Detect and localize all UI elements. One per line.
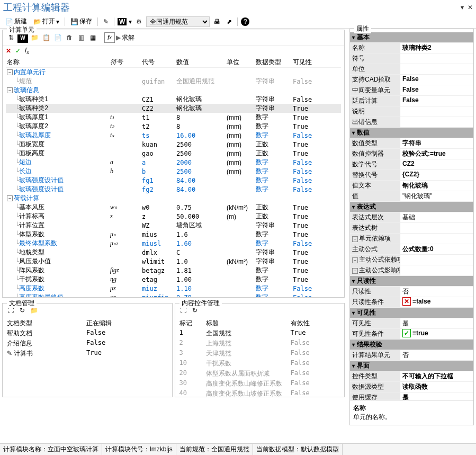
prop-row[interactable]: 使用缓存是 bbox=[350, 392, 473, 400]
prop-row[interactable]: 值文本钢化玻璃 bbox=[350, 181, 473, 191]
tree-row[interactable]: └计算位置WZ墙角区域字符串True bbox=[6, 221, 341, 230]
doc-row[interactable]: 介绍信息False bbox=[6, 338, 169, 349]
calc-tree[interactable]: 名称 符号 代号 数值 单位 数据类型 可见性 −内置单元行└规范guifan全… bbox=[3, 56, 344, 297]
tree-row[interactable]: └玻璃强度设计值fg284.00数字False bbox=[6, 185, 341, 194]
tree-row[interactable]: └玻璃厚度2t₂t28(mm)数字True bbox=[6, 122, 341, 131]
prop-row[interactable]: 只读性条件✕=false bbox=[350, 297, 473, 308]
prop-row[interactable]: +主动公式依赖项 bbox=[350, 255, 473, 265]
prop-row[interactable]: 主动公式公式数量:0 bbox=[350, 244, 473, 255]
tree-row[interactable]: └规范guifan全国通用规范字符串False bbox=[6, 77, 341, 86]
prop-row[interactable]: 符号 bbox=[350, 53, 473, 64]
content-row[interactable]: 20体型系数从属面积折减False bbox=[178, 369, 342, 379]
dropdown-icon[interactable]: ▾ bbox=[461, 4, 464, 11]
prop-row[interactable]: 支持CAD拾取False bbox=[350, 75, 473, 85]
prop-row[interactable]: 延后计算False bbox=[350, 96, 473, 106]
prop-row[interactable]: 数据源类型读取函数 bbox=[350, 382, 473, 392]
print-icon[interactable]: 🖶 bbox=[212, 17, 222, 26]
content-row[interactable]: 3天津规范False bbox=[178, 349, 342, 359]
prop-group-header[interactable]: ▾表达式 bbox=[350, 202, 473, 212]
save-button[interactable]: 💾保存 bbox=[68, 16, 94, 27]
prop-group-header[interactable]: ▾可见性 bbox=[350, 308, 473, 318]
word-icon[interactable]: W bbox=[118, 18, 127, 25]
close-icon[interactable]: ✕ bbox=[468, 4, 473, 11]
prop-group-header[interactable]: ▾数值 bbox=[350, 128, 473, 138]
prop-group-header[interactable]: ▾结果校验 bbox=[350, 340, 473, 350]
prop-row[interactable]: 可见性条件✓=true bbox=[350, 329, 473, 340]
prop-row[interactable]: 数值类型字符串 bbox=[350, 138, 473, 149]
columns-icon[interactable]: ▥ bbox=[76, 32, 86, 43]
tree-row[interactable]: └短边aa2000(mm)数字False bbox=[6, 158, 341, 167]
accept-fx-icon[interactable]: ✓ bbox=[15, 47, 21, 55]
prop-group-header[interactable]: ▾基本 bbox=[350, 32, 473, 43]
tree-row[interactable]: └阵风系数βgzbetagz1.81数字True bbox=[6, 266, 341, 275]
tree-row[interactable]: └最终体型系数μₛ₁miusl1.60数字False bbox=[6, 239, 341, 248]
expand-icon[interactable]: + bbox=[352, 257, 358, 263]
prop-row[interactable]: 控件类型不可输入的下拉框 bbox=[350, 371, 473, 382]
tree-row[interactable]: └风压最小值wlimit1.0(kN/m²)字符串True bbox=[6, 257, 341, 266]
expand-icon[interactable]: + bbox=[352, 268, 358, 274]
content-row[interactable]: 10干扰系数False bbox=[178, 359, 342, 369]
prop-row[interactable]: 可见性是 bbox=[350, 318, 473, 329]
fx-toggle[interactable]: fx bbox=[104, 32, 115, 43]
content-row[interactable]: 30高度变化系数山峰修正系数False bbox=[178, 379, 342, 389]
prop-row[interactable]: 计算结果单元否 bbox=[350, 350, 473, 361]
tree-row[interactable]: └干扰系数ηgetag1.00数字True bbox=[6, 275, 341, 284]
help-icon[interactable]: ? bbox=[241, 17, 249, 26]
toggle-icon[interactable]: − bbox=[7, 87, 13, 93]
tree-row[interactable]: └高度系数最终值μzmiuzfinal0.78数字False bbox=[6, 293, 341, 297]
tree-row[interactable]: └玻璃强度设计值fg184.00数字False bbox=[6, 176, 341, 185]
prop-row[interactable]: 出错信息 bbox=[350, 117, 473, 128]
prop-row[interactable]: 表达式树 bbox=[350, 223, 473, 234]
tree-group[interactable]: −荷载计算 bbox=[6, 194, 341, 203]
fx-label: fx bbox=[25, 47, 29, 55]
prop-row[interactable]: 中间变量单元False bbox=[350, 85, 473, 96]
gear-icon[interactable]: ⚙ bbox=[134, 17, 144, 26]
prop-row[interactable]: +单元依赖项 bbox=[350, 234, 473, 244]
prop-row[interactable]: 名称玻璃种类2 bbox=[350, 43, 473, 53]
tree-row[interactable]: └基本风压w₀w00.75(kN/m²)正数True bbox=[6, 203, 341, 212]
prop-row[interactable]: 表达式层次基础 bbox=[350, 212, 473, 223]
spec-dropdown[interactable]: 全国通用规范 bbox=[146, 16, 210, 27]
tree-row[interactable]: └地貌类型dmlxC字符串True bbox=[6, 248, 341, 257]
tree-group[interactable]: −玻璃信息 bbox=[6, 86, 341, 95]
play-icon[interactable]: ▶ bbox=[116, 34, 121, 41]
prop-row[interactable]: 替换代号{CZ2} bbox=[350, 170, 473, 181]
prop-row[interactable]: 只读性否 bbox=[350, 287, 473, 297]
tree-row[interactable]: └玻璃种类1CZ1钢化玻璃字符串False bbox=[6, 95, 341, 104]
prop-row[interactable]: 单位 bbox=[350, 64, 473, 75]
prop-row[interactable]: 说明 bbox=[350, 106, 473, 117]
prop-group-header[interactable]: ▾界面 bbox=[350, 361, 473, 371]
toggle-icon[interactable]: − bbox=[7, 69, 13, 75]
prop-row[interactable]: 数学代号CZ2 bbox=[350, 159, 473, 170]
tree-row[interactable]: └长边bb2500(mm)数字False bbox=[6, 167, 341, 176]
prop-row[interactable]: 值"钢化玻璃" bbox=[350, 191, 473, 202]
tree-row[interactable]: └高度系数μzmiuz1.10数字False bbox=[6, 284, 341, 293]
solve-button[interactable]: 求解 bbox=[122, 33, 134, 42]
tree-row[interactable]: └玻璃种类2CZ2钢化玻璃字符串True bbox=[6, 104, 341, 113]
external-icon[interactable]: ⬈ bbox=[224, 17, 234, 26]
tree-row[interactable]: └体型系数μₛmius1.6数字True bbox=[6, 230, 341, 239]
doc-row[interactable]: 帮助文档False bbox=[6, 328, 169, 338]
prop-group-header[interactable]: ▾只读性 bbox=[350, 276, 473, 287]
prop-row[interactable]: 数值控制器校验公式:=true bbox=[350, 149, 473, 159]
paste-icon[interactable]: 📄 bbox=[52, 32, 63, 43]
copy-icon[interactable]: 📋 bbox=[41, 32, 51, 43]
tree-group[interactable]: −内置单元行 bbox=[6, 68, 341, 77]
toggle-icon[interactable]: − bbox=[7, 195, 13, 201]
doc-row[interactable]: ✎ 计算书True bbox=[6, 349, 169, 359]
tree-row[interactable]: └玻璃厚度1t₁t18(mm)数字True bbox=[6, 113, 341, 122]
cancel-fx-icon[interactable]: ✕ bbox=[6, 47, 11, 55]
prop-row[interactable]: +主动公式影响项 bbox=[350, 265, 473, 276]
content-row[interactable]: 40高度变化系数山坡修正系数False bbox=[178, 389, 342, 397]
edit-icon[interactable]: ✎ bbox=[101, 17, 111, 26]
content-row[interactable]: 2上海规范False bbox=[178, 338, 342, 349]
tree-row[interactable]: └面板宽度kuan2500(mm)正数True bbox=[6, 140, 341, 149]
tree-row[interactable]: └计算标高zz50.000(m)正数True bbox=[6, 212, 341, 221]
delete-icon[interactable]: 🗑 bbox=[64, 32, 75, 43]
expand-icon[interactable]: + bbox=[352, 236, 358, 242]
block-icon[interactable]: ▦ bbox=[87, 32, 98, 43]
check-box-icon: ✓ bbox=[402, 329, 411, 337]
tree-row[interactable]: └面板高度gao2500(mm)正数True bbox=[6, 149, 341, 158]
tree-row[interactable]: └玻璃总厚度tₛts16.00(mm)数字False bbox=[6, 131, 341, 140]
content-row[interactable]: 1全国规范True bbox=[178, 328, 342, 338]
